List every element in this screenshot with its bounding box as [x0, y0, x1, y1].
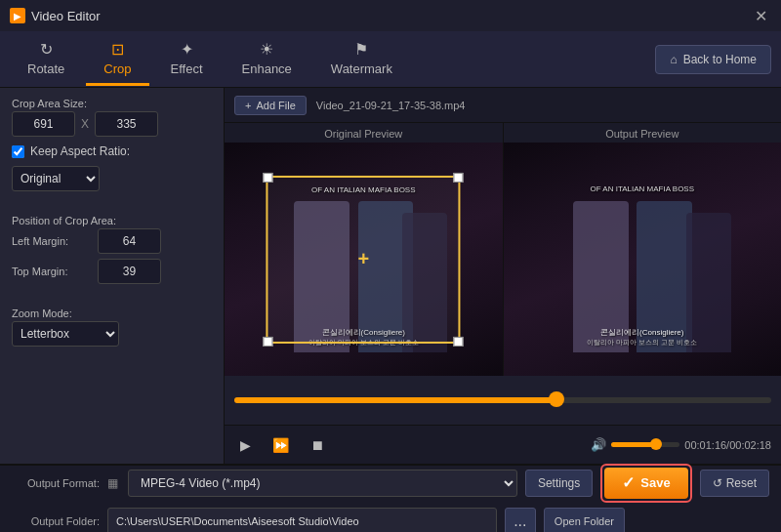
save-button[interactable]: ✓ Save — [604, 468, 687, 499]
original-video-bg: OF AN ITALIAN MAFIA BOSS 콘실리에리(Consiglie… — [225, 143, 503, 376]
crop-handle-tl[interactable] — [264, 172, 273, 182]
tab-crop[interactable]: ⊡ Crop — [86, 33, 148, 86]
original-preview-panel: Original Preview OF AN ITALIAN MAFIA BOS… — [225, 123, 504, 376]
output-text-top: OF AN ITALIAN MAFIA BOSS — [590, 184, 694, 193]
tab-crop-label: Crop — [103, 61, 131, 76]
add-file-button[interactable]: + Add File — [234, 96, 307, 115]
play-button[interactable]: ▶ — [234, 434, 257, 456]
timeline-bar[interactable] — [234, 397, 771, 403]
close-button[interactable]: ✕ — [750, 5, 771, 26]
timeline-area — [225, 376, 781, 425]
crop-width-input[interactable] — [12, 111, 75, 137]
crop-handle-br[interactable] — [454, 337, 464, 347]
save-check-icon: ✓ — [622, 473, 635, 492]
watermark-icon: ⚑ — [354, 40, 368, 59]
folder-path-input[interactable] — [107, 508, 497, 533]
crop-height-input[interactable] — [95, 111, 158, 137]
dots-button[interactable]: ... — [505, 508, 536, 533]
output-preview-panel: Output Preview OF AN ITALIAN MAFIA BOSS … — [504, 123, 782, 376]
output-preview-label: Output Preview — [605, 123, 678, 143]
output-folder-row: Output Folder: ... Open Folder — [12, 508, 769, 533]
timeline-progress — [234, 397, 556, 403]
timeline-thumb[interactable] — [549, 391, 564, 407]
crop-icon: ⊡ — [111, 40, 124, 59]
volume-area: 🔊 00:01:16/00:02:18 — [591, 437, 771, 452]
open-folder-button[interactable]: Open Folder — [544, 508, 625, 533]
volume-thumb[interactable] — [650, 438, 662, 450]
volume-icon: 🔊 — [591, 437, 606, 452]
forward-button[interactable]: ⏩ — [267, 434, 295, 456]
main-area: Crop Area Size: X Keep Aspect Ratio: Ori… — [0, 88, 781, 464]
output-subtitle-bottom2: 이탈리아 마피아 보스의 고문 비호소 — [587, 338, 697, 348]
original-preview-label: Original Preview — [324, 123, 402, 143]
output-subtitle-bottom1: 콘실리에리(Consigliere) — [587, 327, 697, 338]
preview-panels: Original Preview OF AN ITALIAN MAFIA BOS… — [225, 123, 781, 376]
keep-aspect-ratio-checkbox[interactable] — [12, 145, 24, 158]
tab-rotate-label: Rotate — [27, 61, 64, 76]
tab-watermark[interactable]: ⚑ Watermark — [313, 33, 410, 86]
format-select[interactable]: MPEG-4 Video (*.mp4) — [128, 470, 517, 497]
top-margin-row: Top Margin: — [12, 259, 212, 284]
rotate-icon: ↻ — [40, 40, 53, 59]
playback-bar: ▶ ⏩ ⏹ 🔊 00:01:16/00:02:18 — [225, 425, 781, 464]
tab-effect-label: Effect — [171, 61, 203, 76]
output-text-bottom: 콘실리에리(Consigliere) 이탈리아 마피아 보스의 고문 비호소 — [587, 327, 697, 348]
position-label: Position of Crop Area: — [12, 215, 212, 226]
add-file-label: Add File — [256, 100, 295, 111]
left-margin-label: Left Margin: — [12, 235, 92, 247]
effect-icon: ✦ — [181, 40, 193, 59]
crop-handle-tr[interactable] — [454, 172, 464, 182]
output-folder-label: Output Folder: — [12, 515, 100, 527]
volume-bar[interactable] — [611, 442, 679, 447]
tab-enhance[interactable]: ☀ Enhance — [225, 33, 309, 86]
tab-enhance-label: Enhance — [242, 61, 292, 76]
x-separator: X — [81, 117, 89, 131]
crop-size-row: X — [12, 111, 212, 137]
zoom-mode-select[interactable]: Letterbox — [12, 321, 119, 347]
top-margin-input[interactable] — [98, 259, 161, 284]
time-display: 00:01:16/00:02:18 — [684, 439, 771, 451]
tab-rotate[interactable]: ↻ Rotate — [10, 33, 82, 86]
aspect-ratio-select[interactable]: Original — [12, 166, 100, 191]
file-name: Video_21-09-21_17-35-38.mp4 — [316, 100, 466, 111]
reset-icon: ↺ — [713, 476, 722, 490]
output-subtitle-top: OF AN ITALIAN MAFIA BOSS — [590, 184, 694, 193]
file-bar: + Add File Video_21-09-21_17-35-38.mp4 — [225, 88, 781, 123]
settings-button[interactable]: Settings — [525, 470, 593, 497]
toolbar: ↻ Rotate ⊡ Crop ✦ Effect ☀ Enhance ⚑ Wat… — [0, 31, 781, 88]
output-format-row: Output Format: ▦ MPEG-4 Video (*.mp4) Se… — [12, 464, 769, 503]
left-margin-input[interactable] — [98, 228, 161, 254]
crop-overlay[interactable]: + — [267, 175, 461, 343]
save-label: Save — [640, 475, 670, 490]
bottom-bar: Output Format: ▦ MPEG-4 Video (*.mp4) Se… — [0, 464, 781, 532]
preview-area: + Add File Video_21-09-21_17-35-38.mp4 O… — [225, 88, 781, 464]
back-home-icon: ⌂ — [670, 53, 677, 66]
format-icon: ▦ — [107, 476, 118, 490]
keep-aspect-ratio-label: Keep Aspect Ratio: — [30, 144, 130, 158]
stop-button[interactable]: ⏹ — [305, 434, 330, 456]
add-file-icon: + — [245, 100, 251, 111]
toolbar-tabs: ↻ Rotate ⊡ Crop ✦ Effect ☀ Enhance ⚑ Wat… — [10, 33, 655, 86]
left-panel: Crop Area Size: X Keep Aspect Ratio: Ori… — [0, 88, 225, 464]
original-video-frame: OF AN ITALIAN MAFIA BOSS 콘실리에리(Consiglie… — [225, 143, 503, 376]
tab-effect[interactable]: ✦ Effect — [153, 33, 221, 86]
zoom-mode-label: Zoom Mode: — [12, 307, 212, 319]
save-button-wrapper: ✓ Save — [600, 464, 691, 503]
output-video-frame: OF AN ITALIAN MAFIA BOSS 콘실리에리(Consiglie… — [504, 143, 782, 376]
back-home-button[interactable]: ⌂ Back to Home — [655, 45, 771, 74]
title-bar: ▶ Video Editor ✕ — [0, 0, 781, 31]
output-format-label: Output Format: — [12, 477, 100, 489]
left-margin-row: Left Margin: — [12, 228, 212, 254]
crop-area-size-label: Crop Area Size: — [12, 98, 212, 109]
reset-label: Reset — [726, 476, 757, 490]
crop-center-marker: + — [357, 248, 369, 270]
top-margin-label: Top Margin: — [12, 266, 92, 277]
app-icon: ▶ — [10, 8, 25, 23]
tab-watermark-label: Watermark — [331, 61, 392, 76]
enhance-icon: ☀ — [260, 40, 273, 59]
reset-button[interactable]: ↺ Reset — [700, 470, 769, 497]
app-title: Video Editor — [31, 9, 101, 23]
crop-handle-bl[interactable] — [264, 337, 273, 347]
output-video-bg: OF AN ITALIAN MAFIA BOSS 콘실리에리(Consiglie… — [504, 143, 782, 376]
keep-aspect-ratio-row: Keep Aspect Ratio: — [12, 144, 212, 158]
